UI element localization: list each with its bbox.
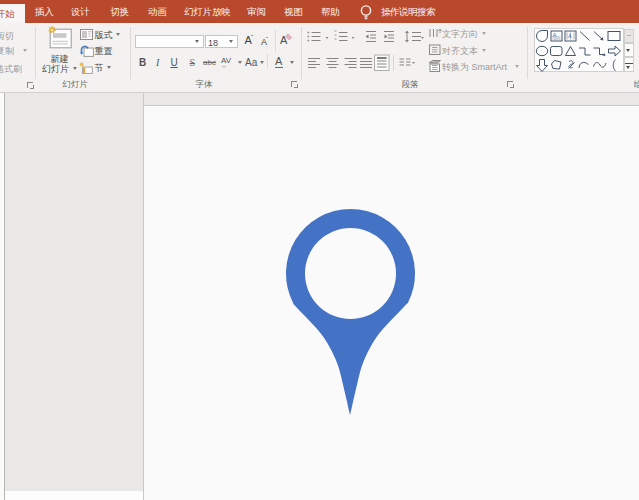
- svg-text:A: A: [553, 31, 557, 37]
- svg-text:A: A: [568, 33, 572, 39]
